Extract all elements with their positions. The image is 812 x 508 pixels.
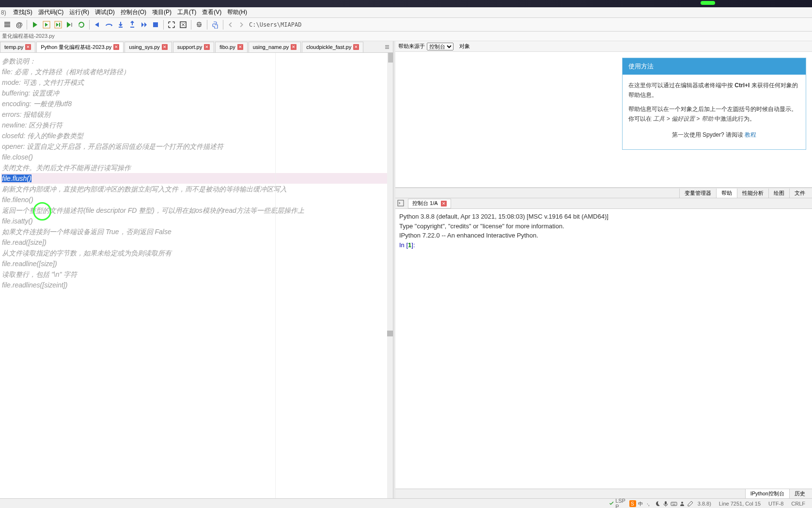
tab-fibo[interactable]: fibo.py✕ [215, 42, 247, 52]
help-content: 使用方法 在这里你可以通过在编辑器或者终端中按 Ctrl+I 来获得任何对象的帮… [395, 52, 812, 188]
help-footer: 第一次使用 Spyder? 请阅读 教程 [628, 130, 800, 140]
close-icon[interactable]: ✕ [204, 44, 210, 50]
maximize-icon[interactable] [166, 19, 177, 30]
tab-label: support.py [177, 44, 202, 50]
preferences-icon[interactable] [194, 19, 204, 30]
tab-label: fibo.py [219, 44, 235, 50]
status-eol[interactable]: CRLF [791, 501, 805, 507]
menu-debug[interactable]: 调试(D) [92, 7, 118, 17]
console-tab-1a[interactable]: 控制台 1/A✕ [408, 199, 451, 208]
tab-label: using_sys.py [129, 44, 160, 50]
menu-project[interactable]: 项目(P) [149, 7, 174, 17]
close-icon[interactable]: ✕ [353, 44, 359, 50]
close-icon[interactable]: ✕ [25, 44, 31, 50]
console-tab-label: 控制台 1/A [412, 200, 438, 207]
tab-history[interactable]: 历史 [789, 489, 810, 498]
fullscreen-icon[interactable] [178, 19, 188, 30]
tutorial-link[interactable]: 教程 [745, 131, 756, 138]
tab-main[interactable]: Python 量化编程基础-2023.py✕ [36, 42, 124, 52]
close-icon[interactable]: ✕ [291, 44, 297, 50]
run-cell-icon[interactable] [41, 19, 52, 30]
python-path-icon[interactable] [210, 19, 220, 30]
nav-forward-icon[interactable] [236, 20, 246, 30]
tab-cloudpickle[interactable]: cloudpickle_fast.py✕ [302, 42, 363, 52]
tool-icon[interactable] [687, 500, 694, 507]
cn-icon[interactable]: 中 [638, 500, 644, 507]
tab-ipython-console[interactable]: IPython控制台 [745, 489, 789, 498]
menu-view[interactable]: 查看(V) [199, 7, 224, 17]
debug-stepin-icon[interactable] [115, 19, 126, 30]
close-icon[interactable]: ✕ [162, 44, 168, 50]
menu-help[interactable]: 帮助(H) [224, 7, 250, 17]
ipython-console[interactable]: Python 3.8.8 (default, Apr 13 2021, 15:0… [395, 209, 812, 489]
close-icon[interactable]: ✕ [441, 201, 447, 206]
close-icon[interactable]: ✕ [237, 44, 243, 50]
svg-rect-3 [119, 27, 123, 28]
tab-options-icon[interactable] [383, 43, 391, 51]
moon-icon[interactable] [654, 500, 661, 507]
console-tab-strip: 控制台 1/A✕ [395, 198, 812, 209]
debug-continue-icon[interactable] [139, 19, 149, 30]
menu-find[interactable]: 查找(S) [10, 7, 35, 17]
help-source-select[interactable]: 控制台 [427, 43, 453, 50]
tab-label: temp.py [4, 44, 23, 50]
right-pane-tabs: 变量管理器 帮助 性能分析 绘图 文件 [395, 188, 812, 198]
svg-rect-14 [671, 502, 677, 506]
console-prompt: In [1]: [399, 240, 808, 250]
person-icon[interactable] [679, 500, 686, 507]
menu-run[interactable]: 运行(R) [66, 7, 92, 17]
tab-support[interactable]: support.py✕ [173, 42, 214, 52]
tab-variable-explorer[interactable]: 变量管理器 [679, 189, 716, 198]
menu-tools[interactable]: 工具(T) [174, 7, 199, 17]
code-editor[interactable]: 参数说明： file: 必需，文件路径（相对或者绝对路径） mode: 可选，文… [0, 53, 393, 498]
console-menu-icon[interactable] [397, 200, 405, 207]
breadcrumb-segment[interactable]: 量化编程基础-2023.py [2, 32, 55, 40]
menu-source[interactable]: 源代码(C) [35, 7, 67, 17]
close-icon[interactable]: ✕ [113, 44, 119, 50]
svg-rect-4 [130, 27, 134, 28]
nav-back-icon[interactable] [226, 20, 235, 30]
code-line: newline: 区分换行符 [1, 120, 392, 130]
tab-using-sys[interactable]: using_sys.py✕ [125, 42, 172, 52]
code-line: opener: 设置自定义开启器，开启器的返回值必须是一个打开的文件描述符 [1, 141, 392, 152]
lines-icon[interactable] [2, 19, 13, 30]
debug-stepout-icon[interactable] [127, 19, 138, 30]
at-icon[interactable]: @ [14, 19, 24, 30]
status-cursor-pos[interactable]: Line 7251, Col 15 [719, 501, 761, 507]
kbd-icon[interactable] [671, 500, 677, 507]
run-icon[interactable] [30, 19, 40, 30]
menu-console[interactable]: 控制台(O) [118, 7, 149, 17]
help-text-1: 在这里你可以通过在编辑器或者终端中按 Ctrl+I 来获得任何对象的帮助信息。 [628, 80, 800, 100]
punct-icon[interactable]: ·, [646, 500, 653, 507]
breadcrumb-bar: 量化编程基础-2023.py [0, 32, 812, 41]
ime-status-icons: S 中 ·, [629, 500, 694, 507]
svg-text:S: S [631, 501, 634, 507]
run-cell-advance-icon[interactable] [53, 19, 63, 30]
debug-step-icon[interactable] [92, 19, 103, 30]
window-title-strip [0, 0, 812, 7]
editor-scrollbar[interactable] [387, 53, 393, 498]
console-line: IPython 7.22.0 -- An enhanced Interactiv… [399, 231, 808, 240]
tab-help[interactable]: 帮助 [716, 189, 737, 198]
status-lsp[interactable]: LSP P [609, 498, 625, 508]
code-line: encoding: 一般使用utf8 [1, 98, 392, 109]
tab-profiler[interactable]: 性能分析 [737, 189, 768, 198]
code-line: 如果文件连接到一个终端设备返回 True，否则返回 False [1, 226, 392, 237]
code-line: 刷新文件内部缓冲，直接把内部缓冲区的数据立刻写入文件，而不是被动的等待输出缓冲区… [1, 184, 392, 194]
tab-using-name[interactable]: using_name.py✕ [249, 42, 301, 52]
svg-point-7 [198, 24, 200, 26]
status-python-version[interactable]: 3.8.8) [698, 501, 711, 507]
debug-stepover-icon[interactable] [104, 19, 114, 30]
mic-icon[interactable] [662, 500, 669, 507]
debug-stop-icon[interactable] [150, 19, 161, 30]
console-bottom-tabs: IPython控制台 历史 [395, 489, 812, 498]
tab-temp[interactable]: temp.py✕ [0, 42, 35, 52]
code-line: file.read([size]) [1, 237, 392, 248]
run-again-icon[interactable] [76, 19, 87, 30]
tab-files[interactable]: 文件 [789, 189, 810, 198]
tab-plots[interactable]: 绘图 [768, 189, 789, 198]
editor-ruler [275, 53, 276, 498]
run-selection-icon[interactable] [64, 19, 75, 30]
status-encoding[interactable]: UTF-8 [768, 501, 783, 507]
sogou-icon[interactable]: S [629, 500, 636, 507]
